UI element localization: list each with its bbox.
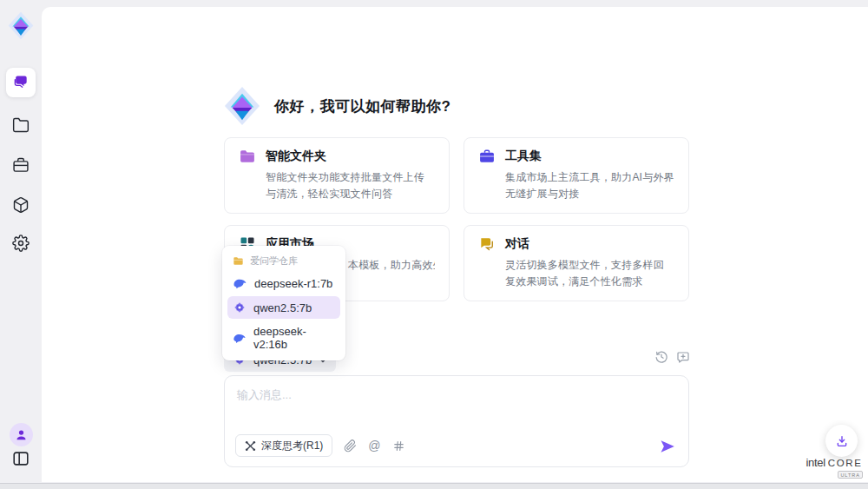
card-title: 对话 bbox=[505, 236, 529, 252]
app-logo bbox=[8, 11, 34, 40]
collapse-panel-button[interactable] bbox=[11, 449, 30, 468]
user-avatar[interactable] bbox=[10, 423, 33, 446]
chat-plus-icon bbox=[676, 350, 690, 364]
app-logo-icon bbox=[224, 86, 260, 126]
gold-chat-icon bbox=[478, 235, 496, 253]
sidebar-item-settings[interactable] bbox=[12, 235, 30, 252]
send-button[interactable] bbox=[659, 438, 676, 455]
intel-core-badge: intel core ultra bbox=[804, 456, 865, 479]
repo-label: 爱问学仓库 bbox=[250, 254, 298, 268]
card-smart-folder[interactable]: 智能文件夹 智能文件夹功能支持批量文件上传与清洗，轻松实现文件问答 bbox=[224, 137, 450, 214]
model-option-deepseek-r1[interactable]: deepseek-r1:7b bbox=[227, 273, 340, 294]
send-plane-icon bbox=[659, 438, 676, 455]
purple-folder-icon bbox=[239, 148, 256, 165]
folder-icon bbox=[12, 116, 30, 134]
card-title: 智能文件夹 bbox=[266, 149, 326, 164]
model-option-deepseek-v2[interactable]: deepseek-v2:16b bbox=[227, 320, 340, 355]
page-title: 你好，我可以如何帮助你? bbox=[274, 96, 450, 116]
repo-folder-icon bbox=[233, 255, 244, 267]
download-icon bbox=[835, 434, 849, 448]
deep-think-toggle[interactable]: 深度思考(R1) bbox=[235, 434, 332, 457]
sidebar-item-chat[interactable] bbox=[6, 68, 36, 97]
model-option-label: qwen2.5:7b bbox=[253, 301, 312, 314]
model-dropdown: 爱问学仓库 deepseek-r1:7b qwen2.5:7b deepseek… bbox=[222, 246, 345, 360]
new-chat-button[interactable] bbox=[676, 350, 690, 364]
card-dialogue[interactable]: 对话 灵活切换多模型文件，支持多样回复效果调试，满足个性化需求 bbox=[464, 225, 689, 301]
history-clock-icon bbox=[654, 350, 668, 364]
intel-wordmark: intel bbox=[806, 456, 825, 469]
sidebar-item-folders[interactable] bbox=[12, 116, 30, 134]
deepseek-whale-icon bbox=[233, 278, 247, 289]
card-description: 集成市场上主流工具，助力AI与外界无缝扩展与对接 bbox=[505, 169, 674, 202]
attach-file-button[interactable] bbox=[344, 439, 357, 453]
greeting-row: 你好，我可以如何帮助你? bbox=[224, 86, 450, 126]
composer-toolbar: 深度思考(R1) @ bbox=[235, 434, 405, 457]
deep-think-label: 深度思考(R1) bbox=[261, 439, 323, 453]
person-icon bbox=[15, 428, 28, 441]
mention-button[interactable]: @ bbox=[368, 439, 380, 452]
download-fab[interactable] bbox=[825, 425, 858, 457]
model-dropdown-header: 爱问学仓库 bbox=[227, 250, 340, 271]
message-input[interactable] bbox=[227, 378, 661, 428]
composer: 深度思考(R1) @ bbox=[224, 375, 689, 467]
deepseek-whale-icon bbox=[233, 333, 247, 344]
panel-columns-icon bbox=[11, 449, 30, 468]
paperclip-icon bbox=[344, 439, 357, 453]
cube-icon bbox=[12, 196, 30, 214]
sidebar-item-models[interactable] bbox=[12, 196, 30, 214]
app-logo-icon bbox=[8, 11, 34, 40]
briefcase-icon bbox=[12, 156, 30, 174]
conversation-actions bbox=[654, 350, 690, 364]
sidebar-item-toolbox[interactable] bbox=[12, 156, 30, 174]
model-option-qwen[interactable]: qwen2.5:7b bbox=[227, 296, 340, 319]
sidebar bbox=[0, 0, 42, 489]
card-description: 智能文件夹功能支持批量文件上传与清洗，轻松实现文件问答 bbox=[266, 169, 435, 202]
card-toolset[interactable]: 工具集 集成市场上主流工具，助力AI与外界无缝扩展与对接 bbox=[464, 137, 689, 214]
card-description: 灵活切换多模型文件，支持多样回复效果调试，满足个性化需求 bbox=[505, 257, 674, 290]
gear-icon bbox=[12, 235, 30, 252]
history-button[interactable] bbox=[654, 350, 668, 364]
qwen-icon bbox=[233, 301, 247, 314]
deep-think-icon bbox=[245, 440, 256, 452]
core-wordmark: core bbox=[828, 458, 863, 468]
card-title: 工具集 bbox=[505, 149, 542, 164]
prompt-library-button[interactable] bbox=[392, 439, 405, 453]
hash-icon bbox=[392, 439, 405, 453]
ultra-badge: ultra bbox=[838, 471, 863, 479]
model-option-label: deepseek-v2:16b bbox=[253, 325, 335, 351]
indigo-briefcase-icon bbox=[478, 148, 496, 165]
model-option-label: deepseek-r1:7b bbox=[254, 277, 332, 290]
window-bottom-edge bbox=[0, 483, 868, 489]
chat-icon bbox=[12, 74, 30, 91]
